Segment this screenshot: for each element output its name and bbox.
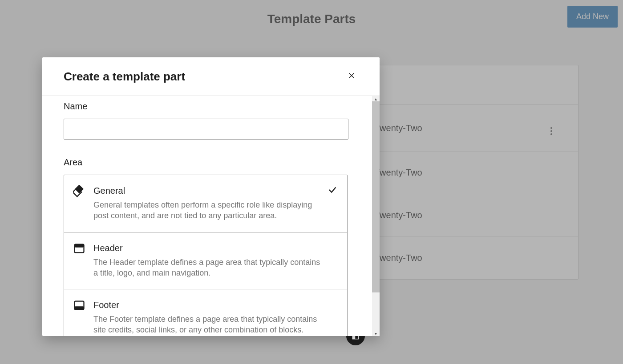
area-option-description: The Footer template defines a page area … <box>93 314 320 336</box>
area-option-label: General <box>93 186 337 196</box>
area-option-description: The Header template defines a page area … <box>93 257 320 279</box>
header-icon <box>73 242 85 255</box>
area-option-label: Header <box>93 243 337 253</box>
check-icon <box>328 185 337 195</box>
create-template-part-modal: Create a template part Name Area General… <box>42 57 380 336</box>
scroll-down-icon[interactable]: ▾ <box>372 331 380 336</box>
area-option-label: Footer <box>93 300 337 310</box>
area-option-header[interactable]: Header The Header template defines a pag… <box>64 232 347 290</box>
scroll-thumb[interactable] <box>372 101 380 292</box>
modal-scrollbar[interactable]: ▴ ▾ <box>372 96 380 336</box>
name-input[interactable] <box>64 119 348 140</box>
general-icon <box>73 185 85 197</box>
close-icon <box>348 72 356 80</box>
name-label: Name <box>64 101 358 112</box>
area-option-footer[interactable]: Footer The Footer template defines a pag… <box>64 289 347 336</box>
area-option-general[interactable]: General General templates often perform … <box>64 175 347 232</box>
area-option-description: General templates often perform a specif… <box>93 200 320 221</box>
modal-header: Create a template part <box>42 57 380 96</box>
modal-body: Name Area General General templates ofte… <box>42 96 380 336</box>
svg-rect-7 <box>75 307 84 310</box>
scroll-up-icon[interactable]: ▴ <box>372 96 380 101</box>
modal-title: Create a template part <box>64 70 185 84</box>
close-button[interactable] <box>345 68 358 85</box>
area-label: Area <box>64 157 358 168</box>
svg-rect-5 <box>75 244 84 247</box>
footer-icon <box>73 299 85 312</box>
area-list: General General templates often perform … <box>64 175 348 336</box>
